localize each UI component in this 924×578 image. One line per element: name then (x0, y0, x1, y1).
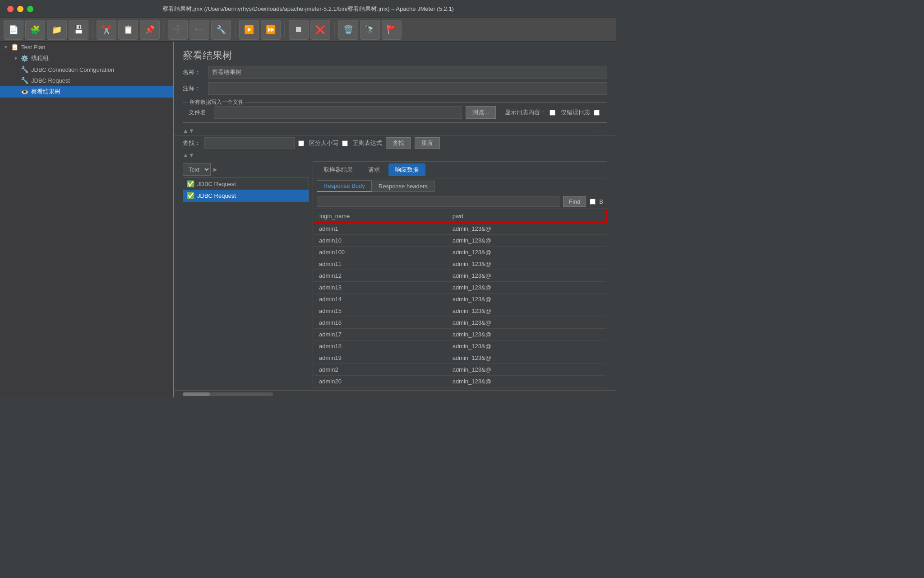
result-tree-item-1[interactable]: ✅ JDBC Request (183, 178, 309, 190)
format-dropdown[interactable]: Text (183, 163, 211, 176)
dropdown-row: Text ▶ (183, 161, 309, 177)
bottom-scrollbar[interactable] (174, 390, 616, 397)
table-cell: admin_123&@ (447, 364, 606, 376)
bottom-area: Text ▶ ✅ JDBC Request ✅ JDBC Request (174, 159, 616, 390)
remove-button[interactable]: ➖ (189, 20, 209, 40)
table-cell: admin16 (314, 317, 447, 329)
scroll-handle2: ⋯⋯⋯ (194, 153, 607, 158)
table-cell: admin_123&@ (447, 376, 606, 387)
stop-button[interactable]: ⏹ (289, 20, 309, 40)
table-cell: admin_123&@ (447, 387, 606, 388)
new-button[interactable]: 📄 (4, 20, 23, 40)
reset-button[interactable]: 重置 (415, 137, 440, 149)
table-cell: admin14 (314, 294, 447, 305)
search-input[interactable] (204, 137, 295, 149)
table-cell: admin_123&@ (447, 258, 606, 270)
results-search-row: Find B (313, 194, 607, 209)
check-icon-2: ✅ (187, 192, 194, 199)
data-table-wrapper: login_name pwd admin1admin_123&@admin10a… (313, 209, 607, 388)
table-cell: admin_123&@ (447, 223, 606, 235)
sidebar-item-jdbc-connection[interactable]: 🔧 JDBC Connection Configuration (0, 64, 173, 75)
tab-response-data[interactable]: 响应数据 (388, 163, 425, 176)
tree-arrow-icon: ▼ (4, 45, 8, 50)
collapse-up-icon2[interactable]: ▲ (183, 152, 189, 158)
find-button[interactable]: 查找 (386, 137, 411, 149)
table-cell: admin12 (314, 270, 447, 282)
sub-tab-response-body[interactable]: Response Body (317, 180, 372, 192)
sidebar-item-thread-group[interactable]: ▼ ⚙️ 线程组 (0, 52, 173, 64)
regex-label: 正则表达式 (353, 139, 382, 147)
template-button[interactable]: 🧩 (25, 20, 45, 40)
result-tree-item-label-1: JDBC Request (197, 181, 236, 187)
search-label: 查找： (183, 139, 201, 147)
sidebar-item-label4: JDBC Request (31, 77, 70, 84)
tab-sampler-result[interactable]: 取样器结果 (317, 163, 360, 176)
sidebar-item-label2: 线程组 (31, 54, 49, 62)
close-button[interactable] (7, 6, 14, 12)
help-button[interactable]: 🚩 (382, 20, 402, 40)
only-error-checkbox[interactable] (594, 110, 600, 116)
separator (92, 22, 93, 38)
results-search-input[interactable] (317, 196, 559, 207)
table-cell: admin100 (314, 247, 447, 258)
table-cell: admin11 (314, 258, 447, 270)
open-button[interactable]: 📁 (47, 20, 67, 40)
name-label: 名称： (183, 68, 204, 76)
cut-button[interactable]: ✂️ (97, 20, 116, 40)
collapse-down-icon[interactable]: ▼ (189, 127, 194, 134)
collapse-down-icon2[interactable]: ▼ (189, 152, 194, 158)
maximize-button[interactable] (27, 6, 33, 12)
clear-button[interactable]: 🗑️ (338, 20, 358, 40)
copy-button[interactable]: 📋 (118, 20, 138, 40)
table-row: admin17admin_123&@ (314, 329, 606, 340)
scroll-handle: ⋯⋯⋯ (194, 128, 607, 133)
sidebar-item-view-result-tree[interactable]: 👁️ 察看结果树 (0, 86, 173, 98)
wrench-icon: 🔧 (21, 66, 28, 73)
data-table: login_name pwd admin1admin_123&@admin10a… (313, 209, 607, 388)
paste-button[interactable]: 📌 (140, 20, 160, 40)
run-no-pause-button[interactable]: ⏩ (261, 20, 281, 40)
tab-request[interactable]: 请求 (361, 163, 387, 176)
run-button[interactable]: ▶️ (239, 20, 259, 40)
table-row: admin2admin_123&@ (314, 364, 606, 376)
right-arrow-icon: ▶ (213, 167, 217, 172)
log-checkbox[interactable] (550, 110, 555, 116)
table-cell: admin1 (314, 223, 447, 235)
scrollbar-track[interactable] (183, 392, 273, 396)
save-button[interactable]: 💾 (69, 20, 88, 40)
separator2 (163, 22, 164, 38)
sub-tab-response-headers[interactable]: Response headers (372, 181, 434, 192)
result-tree-item-2[interactable]: ✅ JDBC Request (183, 190, 309, 201)
form-area: 名称： 注释： (174, 66, 616, 98)
add-button[interactable]: ➕ (168, 20, 188, 40)
results-find-button[interactable]: Find (563, 196, 586, 207)
name-input[interactable] (208, 66, 607, 79)
minimize-button[interactable] (17, 6, 23, 12)
scrollbar-thumb[interactable] (183, 392, 210, 396)
shutdown-button[interactable]: ❌ (310, 20, 330, 40)
collapse-up-icon[interactable]: ▲ (183, 127, 189, 134)
name-row: 名称： (183, 66, 607, 79)
toggle-button[interactable]: 🔧 (211, 20, 231, 40)
table-cell: admin_123&@ (447, 235, 606, 247)
case-sensitive-checkbox[interactable] (298, 140, 304, 146)
table-cell: admin19 (314, 352, 447, 364)
titlebar: 察看结果树.jmx (/Users/bennyrhys/Downloads/ap… (0, 0, 616, 18)
regex-checkbox[interactable] (342, 140, 348, 146)
table-cell: admin20 (314, 376, 447, 387)
table-row: admin18admin_123&@ (314, 340, 606, 352)
table-row: admin10admin_123&@ (314, 235, 606, 247)
sidebar-item-label5: 察看结果树 (31, 88, 60, 96)
table-cell: admin_123&@ (447, 294, 606, 305)
results-search-checkbox[interactable] (590, 199, 596, 205)
sidebar-item-test-plan[interactable]: ▼ 📋 Test Plan (0, 42, 173, 52)
browse-button[interactable]: 浏览... (466, 106, 496, 119)
search-toolbar-button[interactable]: 🔭 (360, 20, 380, 40)
file-input[interactable] (214, 106, 462, 119)
comment-row: 注释： (183, 82, 607, 95)
sidebar-item-jdbc-request[interactable]: 🔧 JDBC Request (0, 75, 173, 86)
gear-icon: ⚙️ (21, 55, 28, 62)
comment-label: 注释： (183, 84, 204, 93)
separator4 (284, 22, 285, 38)
comment-input[interactable] (208, 82, 607, 95)
